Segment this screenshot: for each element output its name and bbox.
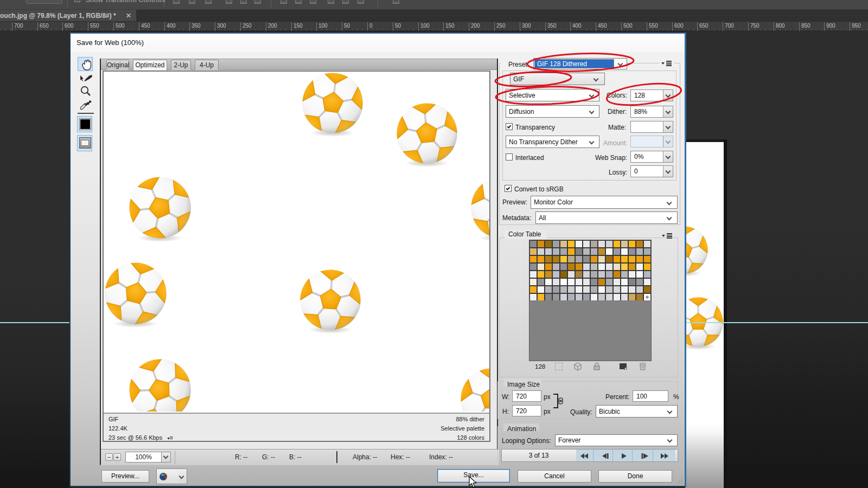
svg-text:?: ?: [163, 473, 168, 481]
